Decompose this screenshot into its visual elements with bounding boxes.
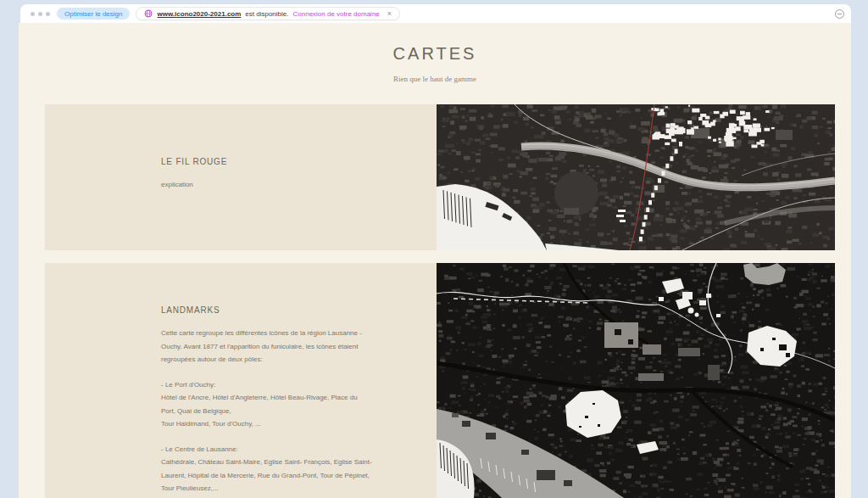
globe-icon: [144, 9, 153, 18]
window-dot-icon[interactable]: [31, 12, 35, 16]
connect-domain-link[interactable]: Connexion de votre domaine: [293, 10, 380, 18]
window-controls: [31, 12, 50, 16]
section-paragraph: - Le Port d'Ouchy: Hôtel de l'Ancre, Hôt…: [161, 378, 441, 431]
close-icon[interactable]: ×: [387, 10, 392, 18]
section-paragraph: Cette carte regroupe les différentes icô…: [161, 327, 441, 367]
section-heading: LANDMARKS: [161, 305, 441, 315]
section-paragraph: explication: [161, 178, 441, 192]
map-le-fil-rouge-image: [437, 104, 835, 250]
domain-availability-text: est disponible.: [245, 10, 288, 18]
site-preview-canvas: CARTES Rien que le haut de gamme LE FIL …: [19, 23, 851, 498]
browser-chrome-bar: Optimiser le design www.icono2020-2021.c…: [20, 4, 851, 23]
optimize-design-button[interactable]: Optimiser le design: [57, 8, 130, 20]
section-heading: LE FIL ROUGE: [161, 157, 441, 166]
section-landmarks: LANDMARKS Cette carte regroupe les diffé…: [45, 263, 835, 498]
section-paragraph: - Le Centre de Lausanne: Cathédrale, Châ…: [161, 443, 441, 495]
domain-banner: www.icono2020-2021.com est disponible. C…: [136, 7, 400, 20]
section-le-fil-rouge: LE FIL ROUGE explication: [45, 104, 835, 250]
window-dot-icon[interactable]: [46, 12, 50, 16]
page-subtitle: Rien que le haut de gamme: [19, 75, 851, 83]
domain-url-link[interactable]: www.icono2020-2021.com: [157, 10, 241, 18]
map-landmarks-image: [437, 263, 835, 498]
section-text-block: LANDMARKS Cette carte regroupe les diffé…: [161, 305, 441, 498]
section-text-block: LE FIL ROUGE explication: [161, 157, 441, 192]
page-title: CARTES: [19, 44, 851, 64]
zoom-out-icon[interactable]: [835, 9, 844, 19]
window-dot-icon[interactable]: [38, 12, 42, 16]
